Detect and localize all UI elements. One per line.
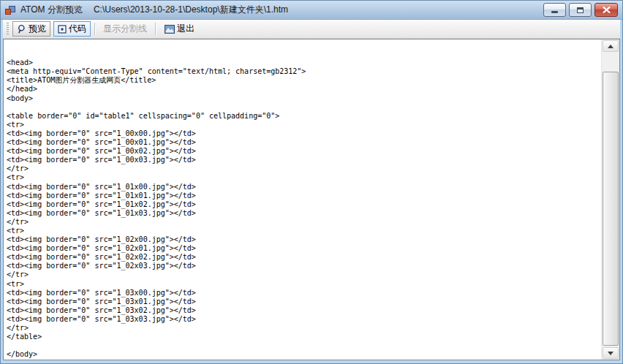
- close-button[interactable]: [594, 3, 618, 17]
- code-line: <tr>: [7, 173, 601, 182]
- exit-button[interactable]: 退出: [160, 21, 199, 37]
- code-line: <td><img border="0" src="1_00x00.jpg"></…: [7, 129, 601, 138]
- arrow-down-icon: [608, 352, 613, 355]
- scroll-up-button[interactable]: [603, 40, 619, 52]
- toolbar-separator: [155, 23, 156, 35]
- code-line: [7, 341, 601, 350]
- code-line: </head>: [7, 85, 601, 94]
- code-line: <tr>: [7, 121, 601, 129]
- code-line: </tr>: [7, 164, 601, 173]
- magnifier-icon: [17, 24, 26, 34]
- code-label: 代码: [69, 23, 86, 35]
- code-line: <td><img border="0" src="1_03x01.jpg"></…: [7, 297, 601, 306]
- code-line: <td><img border="0" src="1_02x03.jpg"></…: [7, 262, 601, 270]
- client-frame: 预览 代码 显示分割线 退出 <hea: [1, 20, 622, 363]
- code-editor[interactable]: <head><meta http-equiv="Content-Type" co…: [4, 39, 601, 360]
- code-line: </tr>: [7, 324, 601, 333]
- code-line: <body>: [7, 94, 601, 103]
- app-window: ATOM 分割预览 C:\Users\2013-10-28-1\Desktop\…: [0, 0, 623, 364]
- scrollbar-track[interactable]: [603, 53, 619, 346]
- code-window-icon: [58, 25, 67, 34]
- show-split-lines-button: 显示分割线: [99, 21, 151, 37]
- code-line: <table border="0" id="table1" cellspacin…: [7, 112, 601, 121]
- code-line: <td><img border="0" src="1_03x00.jpg"></…: [7, 289, 601, 297]
- window-title: ATOM 分割预览: [20, 4, 83, 16]
- exit-label: 退出: [177, 23, 195, 35]
- code-line: </tr>: [7, 218, 601, 227]
- code-line: <td><img border="0" src="1_00x01.jpg"></…: [7, 138, 601, 147]
- code-line: <td><img border="0" src="1_03x03.jpg"></…: [7, 315, 601, 324]
- scroll-down-button[interactable]: [603, 347, 619, 359]
- code-line: </html>: [7, 359, 601, 360]
- maximize-icon: [577, 7, 584, 13]
- code-line: </body>: [7, 350, 601, 359]
- app-icon: [4, 4, 16, 16]
- window-title-path: C:\Users\2013-10-28-1\Desktop\新建文件夹\1.ht…: [94, 4, 288, 16]
- code-line: <td><img border="0" src="1_01x03.jpg"></…: [7, 209, 601, 218]
- title-bar[interactable]: ATOM 分割预览 C:\Users\2013-10-28-1\Desktop\…: [1, 1, 622, 20]
- close-icon: [603, 7, 611, 13]
- picture-icon: [165, 25, 175, 34]
- code-line: </tr>: [7, 270, 601, 279]
- app-icon-red-square: [5, 9, 11, 15]
- toolbar: 预览 代码 显示分割线 退出: [3, 20, 620, 39]
- code-line: <td><img border="0" src="1_03x02.jpg"></…: [7, 306, 601, 315]
- code-line: <tr>: [7, 227, 601, 235]
- code-line: [7, 103, 601, 112]
- code-line: <td><img border="0" src="1_01x02.jpg"></…: [7, 200, 601, 209]
- code-line: <td><img border="0" src="1_02x02.jpg"></…: [7, 253, 601, 262]
- code-line: <td><img border="0" src="1_02x01.jpg"></…: [7, 244, 601, 253]
- show-split-lines-label: 显示分割线: [103, 23, 147, 35]
- code-line: <title>ATOM图片分割器生成网页</title>: [7, 76, 601, 85]
- minimize-icon: [551, 11, 558, 13]
- scrollbar-thumb[interactable]: [603, 72, 619, 346]
- code-line: <td><img border="0" src="1_02x00.jpg"></…: [7, 235, 601, 244]
- code-button[interactable]: 代码: [53, 21, 91, 37]
- window-controls: [540, 3, 618, 17]
- maximize-button[interactable]: [569, 3, 592, 17]
- code-line: <td><img border="0" src="1_00x03.jpg"></…: [7, 156, 601, 164]
- preview-button[interactable]: 预览: [12, 21, 50, 37]
- code-view: <head><meta http-equiv="Content-Type" co…: [3, 39, 620, 360]
- arrow-up-icon: [608, 45, 613, 48]
- code-line: <td><img border="0" src="1_01x00.jpg"></…: [7, 183, 601, 192]
- code-line: <td><img border="0" src="1_00x02.jpg"></…: [7, 147, 601, 156]
- toolbar-separator: [94, 23, 95, 35]
- code-line: </table>: [7, 333, 601, 341]
- code-line: <head>: [7, 58, 601, 67]
- code-line: <td><img border="0" src="1_01x01.jpg"></…: [7, 192, 601, 200]
- preview-label: 预览: [29, 23, 46, 35]
- code-line: <meta http-equiv="Content-Type" content=…: [7, 67, 601, 76]
- vertical-scrollbar[interactable]: [601, 39, 619, 360]
- code-line: <tr>: [7, 280, 601, 289]
- minimize-button[interactable]: [543, 3, 566, 17]
- toolbar-gripper[interactable]: [7, 23, 9, 36]
